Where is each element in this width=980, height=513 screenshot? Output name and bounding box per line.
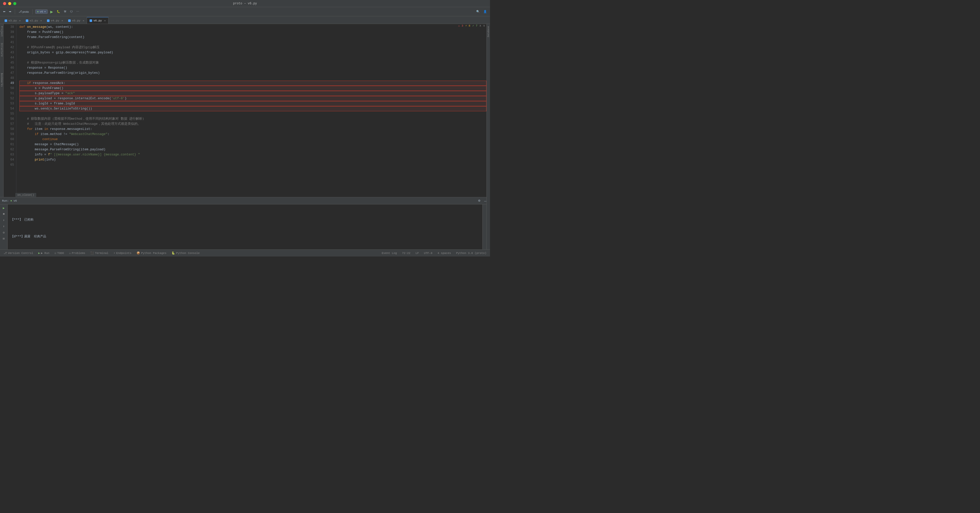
build-button[interactable]: ⚒ <box>63 10 67 14</box>
indent-button[interactable]: 4 spaces <box>436 251 452 255</box>
back-button[interactable]: ⬅ <box>2 10 6 14</box>
scroll-up-button[interactable]: ⬆ <box>1 224 6 229</box>
version-dropdown[interactable]: ● v6 ▾ <box>35 10 48 14</box>
code-line-46: response = Response() <box>19 65 487 70</box>
line-num-51: 51 <box>5 91 14 96</box>
rerun-button[interactable]: ▶ <box>1 206 6 210</box>
scroll-down-button[interactable]: ⬇ <box>1 218 6 223</box>
indent-label: 4 spaces <box>438 252 451 255</box>
tab-icon <box>68 19 71 22</box>
dropdown-icon: ▾ <box>44 10 46 13</box>
tab-v4py[interactable]: v4.py ✕ <box>45 17 65 24</box>
structure-label[interactable]: Structure <box>0 43 3 57</box>
line-num-42: 42 <box>5 45 14 50</box>
tab-v6py[interactable]: v6.py ✕ <box>87 17 108 24</box>
code-line-44 <box>19 55 487 60</box>
code-line-48 <box>19 76 487 81</box>
code-line-51: s.payloadType = "ack" <box>19 91 487 96</box>
expand-icon[interactable]: ∧ <box>479 24 481 27</box>
error-count[interactable]: ⚠ 3 <box>458 24 463 27</box>
bug-icon: 🐛 <box>57 10 60 13</box>
coverage-button[interactable]: 🛡 <box>69 10 74 14</box>
todo-button[interactable]: ☑ TODO <box>53 251 65 255</box>
debug-button[interactable]: 🐛 <box>56 10 61 14</box>
code-line-42: # 对PushFrame的 payload 内容进行gzip解压 <box>19 45 487 50</box>
settings-button[interactable]: ⚙ <box>477 199 482 203</box>
line-num-61: 61 <box>5 142 14 147</box>
endpoints-button[interactable]: ⚡ Endpoints <box>112 251 133 255</box>
problems-icon: ⚠ <box>69 252 71 255</box>
code-line-55 <box>19 111 487 116</box>
python-packages-button[interactable]: 📦 Python Packages <box>135 251 168 255</box>
line-num-46: 46 <box>5 65 14 70</box>
run-label: Run: <box>2 199 9 202</box>
version-control-label: Version Control <box>8 252 33 255</box>
user-icon: 👤 <box>484 10 487 13</box>
warning-count[interactable]: ⚡ 8 <box>465 24 470 27</box>
run-statusbar-button[interactable]: ▶ ▶ Run <box>37 251 51 255</box>
code-line-57: # 注意：此处只处理 WebcastChatMessage，其他处理方式都是类似… <box>19 121 487 127</box>
tab-close-icon[interactable]: ✕ <box>19 19 21 22</box>
stop-button[interactable]: ■ <box>1 212 6 217</box>
line-num-53: 53 <box>5 101 14 106</box>
statusbar: ⎇ Version Control ▶ ▶ Run ☑ TODO ⚠ Probl… <box>0 249 490 256</box>
console-icon: 🐍 <box>172 252 175 255</box>
database-tab[interactable]: Database <box>487 26 490 37</box>
version-control-button[interactable]: ⎇ Version Control <box>2 251 35 255</box>
event-log-button[interactable]: Event Log <box>380 251 398 255</box>
python-version-label: Python 3.8 (proto) <box>456 252 487 255</box>
search-everywhere-button[interactable]: 🔍 <box>475 10 481 14</box>
collapse-icon[interactable]: ∨ <box>483 24 485 27</box>
run-config-icon: ● <box>37 10 39 13</box>
code-line-64: print(info) <box>19 157 487 163</box>
tab-close-icon[interactable]: ✕ <box>40 19 42 22</box>
tab-v3py[interactable]: v3.py ✕ <box>2 17 23 24</box>
code-line-49: if response.needAck: <box>19 81 487 86</box>
encoding-button[interactable]: UTF-8 <box>422 251 434 255</box>
run-output: 【***】 已抢购 【d***】露露 经典产品 【瞬***】拍了 【用***】@… <box>8 204 482 249</box>
line-num-57: 57 <box>5 121 14 127</box>
bookmarks-label[interactable]: Bookmarks <box>0 73 3 87</box>
tab-close-icon[interactable]: ✕ <box>62 19 63 22</box>
shield-icon: 🛡 <box>70 10 73 13</box>
cursor-position[interactable]: 72:22 <box>401 251 412 255</box>
maximize-button[interactable] <box>13 2 16 5</box>
tab-v5py[interactable]: v5.py ✕ <box>65 17 87 24</box>
more-button[interactable]: ⋯ <box>75 10 80 14</box>
code-line-53: s.logId = frame.logId <box>19 101 487 106</box>
code-line-39: frame = PushFrame() <box>19 30 487 35</box>
project-nav-button[interactable]: ⎇ proto <box>18 10 30 14</box>
forward-button[interactable]: ➡ <box>8 10 12 14</box>
code-line-60: continue <box>19 137 487 142</box>
check-count[interactable]: ✓ 7 <box>473 24 477 27</box>
output-line-1: 【***】 已抢购 <box>11 217 479 222</box>
close-run-button[interactable]: ⊠ <box>1 236 6 241</box>
run-button[interactable]: ▶ <box>49 9 54 14</box>
close-button[interactable] <box>3 2 6 5</box>
python-console-button[interactable]: 🐍 Python Console <box>170 251 201 255</box>
line-num-47: 47 <box>5 70 14 76</box>
separator-1 <box>15 9 15 14</box>
tab-icon <box>26 19 28 22</box>
output-line-2: 【d***】露露 经典产品 <box>11 234 479 239</box>
hammer-icon: ⚒ <box>64 10 66 13</box>
python-version-button[interactable]: Python 3.8 (proto) <box>455 251 488 255</box>
line-num-58: 58 <box>5 127 14 132</box>
tab-label: v5.py <box>72 19 80 22</box>
project-label[interactable]: Project <box>0 26 3 37</box>
run-panel: Run: ● v6 ⚙ — ▶ ■ ⬇ ⬆ ⚙ ⊠ 【***】 已抢购 【d**… <box>0 197 490 249</box>
tab-close-icon[interactable]: ✕ <box>83 19 84 22</box>
minimize-button[interactable] <box>8 2 11 5</box>
error-status-bar: ⚠ 3 ⚡ 8 ✓ 7 ∧ ∨ <box>458 24 485 27</box>
version-label: v6 <box>40 10 43 13</box>
problems-label: Problems <box>72 252 85 255</box>
endpoints-icon: ⚡ <box>114 252 115 255</box>
line-num-39: 39 <box>5 30 14 35</box>
terminal-button[interactable]: ⬛ Terminal <box>89 251 110 255</box>
tab-close-icon[interactable]: ✕ <box>104 19 106 22</box>
tab-v2py[interactable]: v2.py ✕ <box>23 17 45 24</box>
user-button[interactable]: 👤 <box>482 10 488 14</box>
line-num-65: 65 <box>5 163 14 167</box>
problems-button[interactable]: ⚠ Problems <box>68 251 87 255</box>
settings-run-button[interactable]: ⚙ <box>1 230 6 235</box>
